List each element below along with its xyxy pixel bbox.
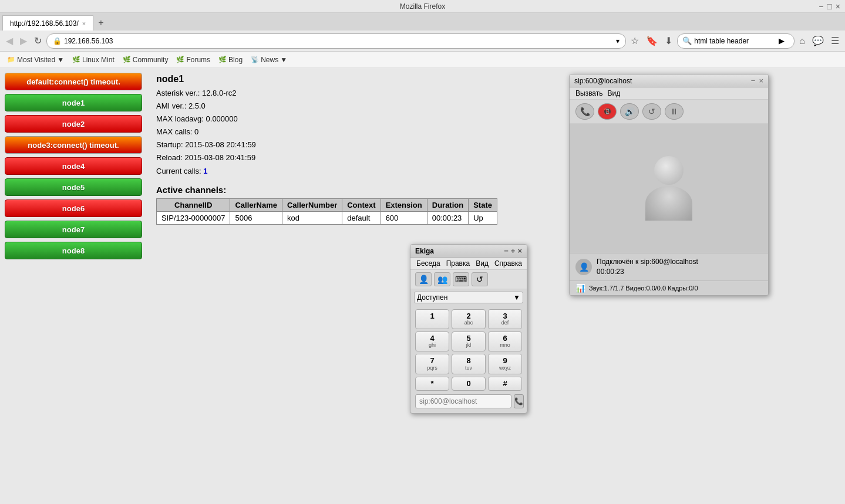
bookmark-label: Forums [186, 56, 210, 64]
td-duration: 00:00:23 [427, 211, 468, 224]
sidebar-item-node2[interactable]: node2 [5, 115, 142, 133]
refresh-button[interactable]: ↻ [32, 34, 44, 48]
bookmark-icon: 🌿 [176, 56, 184, 63]
key-1[interactable]: 1 [415, 309, 449, 329]
channels-table: ChannelID CallerName CallerNumber Contex… [156, 198, 497, 225]
ekiga-menu-edit[interactable]: Правка [444, 259, 473, 268]
title-bar-controls[interactable]: − □ × [819, 2, 840, 11]
ekiga-dial-button[interactable]: 📞 [514, 394, 524, 408]
chat-icon-btn[interactable]: 💬 [810, 34, 826, 48]
bookmark-icon-btn[interactable]: 🔖 [644, 34, 660, 48]
ekiga-status-select[interactable]: Доступен ▼ [414, 292, 523, 303]
call-pause-btn[interactable]: ⏸ [665, 103, 684, 120]
ekiga-call-input[interactable] [415, 394, 511, 408]
bookmark-most-visited[interactable]: 📁 Most Visited ▼ [4, 55, 68, 65]
new-tab-btn[interactable]: + [93, 15, 108, 31]
table-header-row: ChannelID CallerName CallerNumber Contex… [157, 198, 497, 211]
menu-icon-btn[interactable]: ☰ [829, 34, 841, 48]
ekiga-minimize-btn[interactable]: − [504, 246, 509, 255]
sidebar-item-label: node3:connect() timeout. [28, 141, 119, 150]
ekiga-menu-chat[interactable]: Беседа [414, 259, 443, 268]
key-8[interactable]: 8tuv [452, 354, 486, 374]
sip-menu-call[interactable]: Вызвать [575, 89, 603, 97]
th-context: Context [342, 198, 381, 211]
ekiga-menu-help[interactable]: Справка [492, 259, 524, 268]
ekiga-input-row: 📞 [410, 394, 527, 413]
ekiga-toolbar: 👤 👥 ⌨ ↺ [410, 270, 527, 289]
ekiga-tool-dialpad[interactable]: ⌨ [453, 272, 469, 286]
sip-status-icon: 👤 [575, 259, 592, 275]
download-icon-btn[interactable]: ⬇ [662, 34, 675, 48]
active-tab[interactable]: http://192.168.56.103/ × [2, 15, 93, 31]
star-icon-btn[interactable]: ☆ [628, 34, 641, 48]
ekiga-close-btn[interactable]: × [517, 246, 522, 255]
key-7[interactable]: 7pqrs [415, 354, 449, 374]
sidebar-item-node7[interactable]: node7 [5, 221, 142, 238]
key-9[interactable]: 9wxyz [488, 354, 522, 374]
search-input[interactable] [694, 37, 776, 45]
sidebar-item-node1[interactable]: node1 [5, 94, 142, 111]
nav-bar: ◀ ▶ ↻ 🔒 ▾ ☆ 🔖 ⬇ 🔍 ▶ ⌂ 💬 ☰ [0, 31, 845, 52]
sip-title-controls[interactable]: − × [751, 76, 763, 85]
key-5[interactable]: 5jkl [452, 332, 486, 351]
bookmark-blog[interactable]: 🌿 Blog [215, 55, 246, 65]
tab-label: http://192.168.56.103/ [10, 19, 79, 28]
address-bar[interactable]: 🔒 ▾ [46, 33, 626, 49]
sidebar-item-default[interactable]: default:connect() timeout. [5, 73, 142, 90]
ekiga-tool-person[interactable]: 👤 [415, 272, 432, 286]
sip-status-text: Подключён к sip:600@localhost 00:00:23 [597, 257, 698, 277]
tab-close-btn[interactable]: × [82, 20, 86, 27]
td-callernumber: kod [282, 211, 342, 224]
bookmarks-bar: 📁 Most Visited ▼ 🌿 Linux Mint 🌿 Communit… [0, 52, 845, 68]
call-phone-icon[interactable]: 📞 [575, 103, 594, 120]
bookmark-news[interactable]: 📡 News ▼ [247, 55, 291, 65]
sip-close-btn[interactable]: × [759, 76, 763, 85]
ekiga-title-bar: Ekiga − + × [410, 245, 527, 258]
home-icon-btn[interactable]: ⌂ [797, 35, 807, 48]
sidebar-item-label: node4 [62, 162, 85, 171]
key-0[interactable]: 0 [452, 377, 486, 391]
search-arrow-icon[interactable]: ▶ [779, 36, 785, 45]
ekiga-tool-contacts[interactable]: 👥 [434, 272, 450, 286]
title-bar: Mozilla Firefox − □ × [0, 0, 845, 13]
bookmark-community[interactable]: 🌿 Community [119, 55, 172, 65]
bookmark-label: Most Visited [17, 56, 55, 64]
key-2[interactable]: 2abc [452, 309, 486, 329]
ekiga-tool-history[interactable]: ↺ [472, 272, 488, 286]
sip-minimize-btn[interactable]: − [751, 76, 756, 85]
sidebar-item-node3[interactable]: node3:connect() timeout. [5, 136, 142, 154]
forward-button[interactable]: ▶ [18, 34, 29, 48]
call-volume-btn[interactable]: 🔊 [620, 103, 639, 120]
key-6[interactable]: 6mno [488, 332, 522, 351]
sidebar-item-node5[interactable]: node5 [5, 178, 142, 196]
sidebar: default:connect() timeout. node1 node2 n… [0, 68, 147, 504]
address-input[interactable] [64, 37, 614, 45]
td-state: Up [469, 211, 497, 224]
key-star[interactable]: * [415, 377, 449, 391]
search-bar[interactable]: 🔍 ▶ [677, 33, 794, 49]
back-button[interactable]: ◀ [4, 34, 15, 48]
sidebar-item-node6[interactable]: node6 [5, 199, 142, 217]
rss-icon: 📡 [251, 56, 259, 63]
bookmark-label: Community [133, 56, 169, 64]
dropdown-arrow-icon[interactable]: ▾ [616, 37, 620, 45]
sidebar-item-node8[interactable]: node8 [5, 242, 142, 259]
current-calls-label: Current calls: [156, 167, 201, 175]
key-4[interactable]: 4ghi [415, 332, 449, 351]
bookmark-forums[interactable]: 🌿 Forums [173, 55, 214, 65]
key-hash[interactable]: # [488, 377, 522, 391]
ekiga-menu-view[interactable]: Вид [473, 259, 491, 268]
ekiga-expand-btn[interactable]: + [511, 246, 516, 255]
ekiga-title-controls[interactable]: − + × [504, 246, 522, 255]
call-refresh-btn[interactable]: ↺ [642, 103, 661, 120]
sidebar-item-node4[interactable]: node4 [5, 157, 142, 175]
bookmark-icon: 🌿 [123, 56, 131, 63]
sip-menu-view[interactable]: Вид [608, 89, 621, 97]
sip-avatar-area [570, 124, 768, 253]
key-3[interactable]: 3def [488, 309, 522, 329]
call-hangup-btn[interactable]: 📵 [598, 103, 617, 120]
minimize-btn[interactable]: − [819, 2, 823, 11]
close-btn[interactable]: × [836, 2, 840, 11]
bookmark-linux-mint[interactable]: 🌿 Linux Mint [69, 55, 118, 65]
maximize-btn[interactable]: □ [827, 2, 831, 11]
